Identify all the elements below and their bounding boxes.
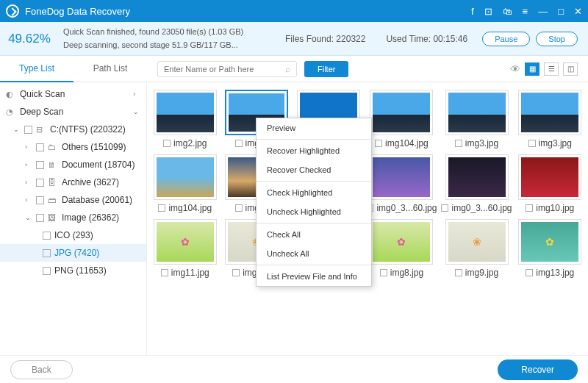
menu-icon[interactable]: ≡	[523, 6, 528, 17]
thumbnail[interactable]: img8.jpg	[366, 219, 437, 278]
checkbox[interactable]	[163, 140, 171, 147]
checkbox[interactable]	[235, 204, 243, 212]
thumb-filename: img9.jpg	[465, 268, 498, 278]
chevron-right-icon: ›	[133, 90, 140, 98]
thumb-image[interactable]	[154, 90, 217, 135]
checkbox[interactable]	[232, 269, 240, 276]
thumbnail[interactable]: img0_3...60.jpg	[366, 154, 437, 213]
thumbnail[interactable]: img9.jpg	[441, 219, 512, 278]
checkbox[interactable]	[441, 204, 448, 212]
stop-button[interactable]: Stop	[536, 32, 578, 46]
tree-png[interactable]: PNG (11653)	[0, 262, 146, 279]
checkbox[interactable]	[43, 267, 51, 275]
sidebar: ◐Quick Scan› ◔Deep Scan⌄ ⌄⊟C:(NTFS) (220…	[0, 82, 147, 355]
checkbox[interactable]	[528, 140, 536, 147]
checkbox[interactable]	[235, 140, 243, 147]
thumbnail[interactable]: img2.jpg	[151, 90, 218, 148]
tab-path-list[interactable]: Path List	[74, 56, 147, 82]
thumb-image[interactable]	[445, 154, 509, 200]
thumbnail[interactable]: img3.jpg	[441, 90, 512, 148]
thumb-image[interactable]	[370, 219, 433, 265]
thumb-image[interactable]	[154, 154, 217, 200]
context-menu-item[interactable]: Recover Checked	[257, 160, 371, 179]
chevron-down-icon: ⌄	[13, 126, 21, 133]
context-menu-item[interactable]: Check Highlighted	[257, 183, 371, 202]
thumb-filename: img8.jpg	[390, 268, 423, 278]
search-input[interactable]	[164, 65, 285, 74]
thumb-filename: img3.jpg	[465, 138, 498, 148]
thumbnail[interactable]: img10.jpg	[517, 154, 584, 213]
checkbox[interactable]	[455, 269, 462, 276]
scan-header: 49.62% Quick Scan finished, found 23050 …	[0, 22, 588, 56]
context-menu-item[interactable]: List Preview File and Info	[257, 267, 371, 286]
tree-others[interactable]: ›🗀Others (151099)	[0, 138, 146, 156]
tab-type-list[interactable]: Type List	[0, 56, 74, 82]
checkbox[interactable]	[161, 269, 168, 276]
context-menu-item[interactable]: Uncheck All	[257, 244, 371, 263]
thumb-image[interactable]	[518, 154, 581, 200]
tree-ico[interactable]: ICO (293)	[0, 226, 146, 244]
thumbnail[interactable]: img0_3...60.jpg	[441, 154, 512, 213]
thumb-filename: img2.jpg	[173, 138, 207, 148]
store-icon[interactable]: 🛍	[503, 6, 512, 17]
thumb-filename: img13.jpg	[536, 268, 574, 278]
tree-database[interactable]: ›🗃Database (20061)	[0, 191, 146, 209]
search-box[interactable]: ⌕	[157, 61, 297, 77]
thumb-image[interactable]	[370, 90, 433, 135]
tree-drive[interactable]: ⌄⊟C:(NTFS) (220322)	[0, 121, 146, 138]
checkbox[interactable]	[36, 214, 44, 222]
search-icon[interactable]: ⌕	[285, 64, 290, 74]
tree-jpg[interactable]: JPG (7420)	[0, 244, 146, 262]
thumb-image[interactable]	[445, 90, 509, 135]
feedback-icon[interactable]: ⊡	[484, 6, 492, 17]
thumb-image[interactable]	[445, 219, 509, 265]
checkbox[interactable]	[526, 204, 533, 212]
context-menu-item[interactable]: Uncheck Highlighted	[257, 202, 371, 221]
view-detail-icon[interactable]: ◫	[563, 62, 578, 76]
context-menu-item[interactable]: Recover Highlighted	[257, 141, 371, 160]
filter-button[interactable]: Filter	[304, 61, 348, 77]
separator	[257, 265, 371, 265]
checkbox[interactable]	[36, 179, 44, 187]
thumb-image[interactable]	[154, 219, 217, 265]
view-grid-icon[interactable]: ▦	[525, 62, 539, 76]
checkbox[interactable]	[36, 161, 44, 169]
context-menu-item[interactable]: Check All	[257, 225, 371, 244]
thumbnail[interactable]: img104.jpg	[151, 154, 218, 213]
view-list-icon[interactable]: ☰	[544, 62, 559, 76]
context-menu-item[interactable]: Preview	[257, 118, 371, 137]
checkbox[interactable]	[43, 249, 51, 257]
tree-quick-scan[interactable]: ◐Quick Scan›	[0, 85, 146, 103]
preview-toggle-icon[interactable]: 👁	[510, 63, 520, 75]
checkbox[interactable]	[36, 143, 44, 151]
recover-button[interactable]: Recover	[498, 359, 578, 380]
thumb-image[interactable]	[370, 154, 433, 200]
thumbnail-area: img2.jpgimg1.jpgimg104.jpgimg3.jpgimg3.j…	[147, 82, 588, 355]
checkbox[interactable]	[36, 196, 44, 204]
checkbox[interactable]	[375, 140, 382, 147]
minimize-icon[interactable]: —	[538, 6, 548, 17]
thumb-image[interactable]	[518, 219, 581, 265]
tree-image[interactable]: ⌄🖼Image (26362)	[0, 209, 146, 226]
tree-deep-scan[interactable]: ◔Deep Scan⌄	[0, 103, 146, 121]
checkbox[interactable]	[455, 140, 462, 147]
back-button[interactable]: Back	[10, 360, 73, 379]
separator	[257, 139, 371, 140]
tree-document[interactable]: ›🗎Document (18704)	[0, 156, 146, 173]
thumb-image[interactable]	[518, 90, 581, 135]
thumbnail[interactable]: img104.jpg	[366, 90, 437, 148]
footer: Back Recover	[0, 355, 588, 383]
pause-button[interactable]: Pause	[482, 32, 530, 46]
checkbox[interactable]	[158, 204, 165, 212]
tree-archive[interactable]: ›🗄Archive (3627)	[0, 173, 146, 191]
maximize-icon[interactable]: □	[558, 6, 564, 17]
checkbox[interactable]	[43, 232, 51, 240]
facebook-icon[interactable]: f	[471, 6, 474, 17]
checkbox[interactable]	[380, 269, 387, 276]
thumbnail[interactable]: img13.jpg	[517, 219, 584, 278]
thumbnail[interactable]: img11.jpg	[151, 219, 218, 278]
checkbox[interactable]	[526, 269, 533, 276]
close-icon[interactable]: ✕	[574, 6, 582, 17]
checkbox[interactable]	[24, 126, 32, 134]
thumbnail[interactable]: img3.jpg	[517, 90, 584, 148]
